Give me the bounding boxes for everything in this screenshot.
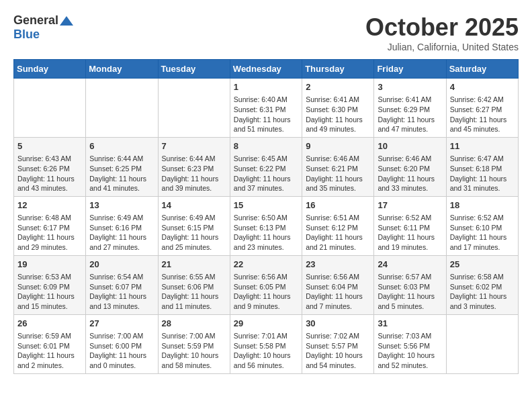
day-content: 31Sunrise: 7:03 AMSunset: 5:56 PMDayligh… [378,318,442,371]
day-info-line: Sunset: 6:16 PM [89,223,154,233]
day-content: 21Sunrise: 6:55 AMSunset: 6:06 PMDayligh… [162,259,226,312]
day-info-line: Daylight: 11 hours and 7 minutes. [306,291,370,311]
day-content: 26Sunrise: 6:59 AMSunset: 6:01 PMDayligh… [17,318,82,371]
day-info-line: Sunrise: 7:03 AM [378,331,442,341]
day-info-line: Sunrise: 6:49 AM [89,213,154,223]
day-cell: 25Sunrise: 6:58 AMSunset: 6:02 PMDayligh… [446,255,518,314]
day-content: 6Sunrise: 6:44 AMSunset: 6:25 PMDaylight… [89,140,154,193]
day-number: 10 [378,140,442,152]
day-info-line: Daylight: 11 hours and 35 minutes. [306,174,370,193]
day-info-line: Sunrise: 6:56 AM [306,272,370,282]
day-cell: 17Sunrise: 6:52 AMSunset: 6:11 PMDayligh… [374,196,446,255]
day-content: 12Sunrise: 6:48 AMSunset: 6:17 PMDayligh… [17,199,82,253]
day-cell: 27Sunrise: 7:00 AMSunset: 6:00 PMDayligh… [86,314,158,373]
day-info-line: Sunrise: 6:48 AM [17,213,82,223]
day-info-line: Sunset: 6:18 PM [450,164,515,174]
calendar-table: SundayMondayTuesdayWednesdayThursdayFrid… [13,59,519,374]
day-cell: 12Sunrise: 6:48 AMSunset: 6:17 PMDayligh… [14,196,86,255]
day-info-line: Sunset: 6:17 PM [17,223,82,233]
day-cell: 30Sunrise: 7:02 AMSunset: 5:57 PMDayligh… [302,314,374,373]
day-info-line: Sunset: 6:12 PM [306,223,370,233]
day-number: 14 [162,199,226,212]
day-info-line: Sunrise: 6:59 AM [17,331,82,341]
day-content: 27Sunrise: 7:00 AMSunset: 6:00 PMDayligh… [89,318,154,371]
day-info-line: Daylight: 11 hours and 11 minutes. [162,291,226,311]
day-cell: 5Sunrise: 6:43 AMSunset: 6:26 PMDaylight… [14,137,86,196]
day-info-line: Daylight: 11 hours and 31 minutes. [450,174,515,193]
day-info-line: Sunrise: 6:52 AM [378,213,442,223]
day-content: 1Sunrise: 6:40 AMSunset: 6:31 PMDaylight… [234,81,298,134]
day-info-line: Sunset: 6:15 PM [162,223,226,233]
svg-marker-0 [60,16,73,26]
day-info-line: Daylight: 11 hours and 21 minutes. [306,232,370,252]
day-info-line: Sunset: 5:58 PM [234,341,298,351]
day-content: 2Sunrise: 6:41 AMSunset: 6:30 PMDaylight… [306,81,370,134]
day-cell: 21Sunrise: 6:55 AMSunset: 6:06 PMDayligh… [158,255,230,314]
day-info-line: Sunrise: 6:46 AM [306,154,370,164]
day-number: 22 [234,259,298,271]
day-content: 14Sunrise: 6:49 AMSunset: 6:15 PMDayligh… [162,199,226,253]
day-content: 30Sunrise: 7:02 AMSunset: 5:57 PMDayligh… [306,318,370,371]
day-info-line: Sunset: 6:20 PM [378,164,442,174]
weekday-header-tuesday: Tuesday [158,60,230,79]
day-info-line: Daylight: 11 hours and 39 minutes. [162,174,226,193]
day-info-line: Daylight: 10 hours and 56 minutes. [234,351,298,370]
weekday-header-sunday: Sunday [14,60,86,79]
day-number: 2 [306,81,370,93]
day-info-line: Daylight: 11 hours and 37 minutes. [234,174,298,193]
day-number: 18 [450,199,515,212]
day-content: 11Sunrise: 6:47 AMSunset: 6:18 PMDayligh… [450,140,515,193]
day-number: 5 [17,140,82,152]
day-info-line: Sunrise: 6:55 AM [162,272,226,282]
day-cell: 15Sunrise: 6:50 AMSunset: 6:13 PMDayligh… [230,196,302,255]
day-info-line: Sunset: 6:30 PM [306,105,370,115]
day-info-line: Sunset: 6:11 PM [378,223,442,233]
day-info-line: Daylight: 11 hours and 29 minutes. [17,232,82,252]
day-cell: 14Sunrise: 6:49 AMSunset: 6:15 PMDayligh… [158,196,230,255]
day-info-line: Sunset: 6:07 PM [89,282,154,292]
day-info-line: Sunset: 5:56 PM [378,341,442,351]
day-info-line: Daylight: 11 hours and 45 minutes. [450,115,515,134]
day-info-line: Sunrise: 6:41 AM [306,95,370,105]
day-info-line: Sunrise: 6:41 AM [378,95,442,105]
day-number: 6 [89,140,154,152]
day-info-line: Sunrise: 6:49 AM [162,213,226,223]
day-info-line: Sunset: 6:03 PM [378,282,442,292]
day-info-line: Sunrise: 6:46 AM [378,154,442,164]
day-content: 28Sunrise: 7:00 AMSunset: 5:59 PMDayligh… [162,318,226,371]
day-content: 24Sunrise: 6:57 AMSunset: 6:03 PMDayligh… [378,259,442,312]
day-cell: 18Sunrise: 6:52 AMSunset: 6:10 PMDayligh… [446,196,518,255]
day-number: 1 [234,81,298,93]
day-info-line: Sunset: 6:09 PM [17,282,82,292]
day-info-line: Daylight: 11 hours and 47 minutes. [378,115,442,134]
day-info-line: Sunset: 6:27 PM [450,105,515,115]
day-info-line: Daylight: 11 hours and 25 minutes. [162,232,226,252]
day-cell: 26Sunrise: 6:59 AMSunset: 6:01 PMDayligh… [14,314,86,373]
day-info-line: Daylight: 11 hours and 51 minutes. [234,115,298,134]
day-number: 29 [234,318,298,330]
day-info-line: Sunset: 6:29 PM [378,105,442,115]
day-number: 16 [306,199,370,212]
day-info-line: Sunrise: 6:50 AM [234,213,298,223]
day-content: 20Sunrise: 6:54 AMSunset: 6:07 PMDayligh… [89,259,154,312]
day-info-line: Daylight: 11 hours and 43 minutes. [17,174,82,193]
weekday-header-row: SundayMondayTuesdayWednesdayThursdayFrid… [14,60,519,79]
day-content: 22Sunrise: 6:56 AMSunset: 6:05 PMDayligh… [234,259,298,312]
day-info-line: Daylight: 11 hours and 17 minutes. [450,232,515,252]
day-cell: 11Sunrise: 6:47 AMSunset: 6:18 PMDayligh… [446,137,518,196]
day-number: 9 [306,140,370,152]
month-title: October 2025 [365,13,519,42]
day-info-line: Sunrise: 6:58 AM [450,272,515,282]
day-info-line: Sunset: 6:31 PM [234,105,298,115]
day-number: 3 [378,81,442,93]
day-cell: 10Sunrise: 6:46 AMSunset: 6:20 PMDayligh… [374,137,446,196]
day-content: 18Sunrise: 6:52 AMSunset: 6:10 PMDayligh… [450,199,515,253]
week-row-2: 5Sunrise: 6:43 AMSunset: 6:26 PMDaylight… [14,137,519,196]
day-number: 27 [89,318,154,330]
day-number: 30 [306,318,370,330]
day-info-line: Daylight: 11 hours and 5 minutes. [378,291,442,311]
day-info-line: Sunset: 5:57 PM [306,341,370,351]
day-number: 26 [17,318,82,330]
day-number: 12 [17,199,82,212]
weekday-header-thursday: Thursday [302,60,374,79]
